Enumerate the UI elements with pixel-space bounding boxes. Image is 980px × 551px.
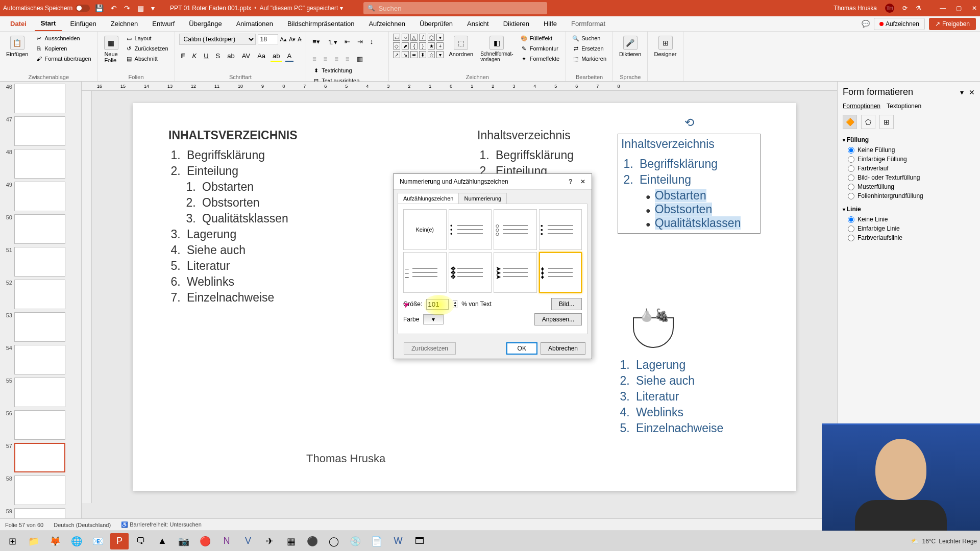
line-opt-none[interactable]: Keine Linie [843, 216, 975, 223]
slide-thumbnail[interactable] [14, 280, 65, 309]
shadow-button[interactable]: ab [225, 51, 236, 62]
align-center-button[interactable]: ≡ [322, 54, 330, 64]
reset-button[interactable]: ↺Zurücksetzen [124, 44, 170, 53]
slide-textbox-4[interactable]: Lagerung Siehe auch Literatur Weblinks E… [618, 307, 761, 437]
char-spacing-button[interactable]: AV [240, 51, 252, 62]
align-left-button[interactable]: ≡ [310, 54, 318, 64]
tab-design[interactable]: Entwurf [146, 17, 181, 31]
outline-button[interactable]: ✎Formkontur [519, 44, 562, 53]
help-icon[interactable]: ? [569, 178, 572, 185]
indent-inc-button[interactable]: ⇥ [355, 37, 365, 48]
copy-button[interactable]: ⎘Kopieren [33, 44, 93, 53]
app-icon[interactable]: 💿 [346, 533, 364, 549]
slide-thumbnail[interactable] [14, 345, 65, 374]
italic-button[interactable]: K [190, 51, 199, 62]
tab-numbering[interactable]: Nummerierung [459, 193, 507, 204]
color-picker[interactable]: ▾ [423, 314, 444, 324]
columns-button[interactable]: ▥ [355, 54, 365, 64]
slide-thumbnail[interactable] [14, 182, 65, 211]
align-right-button[interactable]: ≡ [332, 54, 340, 64]
save-icon[interactable]: 💾 [95, 4, 104, 12]
tab-start[interactable]: Start [35, 16, 62, 31]
search-input[interactable] [378, 5, 543, 12]
telegram-icon[interactable]: ✈ [260, 533, 279, 549]
firefox-icon[interactable]: 🦊 [46, 533, 64, 549]
tab-dictate[interactable]: Diktieren [497, 17, 535, 31]
font-color-button[interactable]: A [285, 51, 294, 62]
language-indicator[interactable]: Deutsch (Deutschland) [54, 522, 111, 528]
fill-opt-none[interactable]: Keine Füllung [843, 146, 975, 154]
undo-icon[interactable]: ↶ [111, 4, 117, 12]
chevron-down-icon[interactable]: ▾ [340, 5, 343, 12]
bullet-none[interactable]: Kein(e) [403, 209, 447, 250]
line-spacing-button[interactable]: ↕ [368, 37, 376, 48]
close-icon[interactable]: ✕ [969, 88, 975, 96]
fill-opt-gradient[interactable]: Farbverlauf [843, 165, 975, 172]
bullet-checkmark[interactable] [539, 252, 582, 293]
tab-text-options[interactable]: Textoptionen [887, 103, 921, 110]
fill-tab-icon[interactable]: 🔶 [843, 115, 857, 129]
fill-button[interactable]: 🎨Fülleffekt [519, 34, 562, 43]
slide-thumbnail[interactable] [14, 410, 65, 440]
rotate-handle-icon[interactable]: ⟲ [684, 116, 694, 130]
customize-button[interactable]: Anpassen... [534, 313, 582, 325]
fill-opt-pattern[interactable]: Musterfüllung [843, 183, 975, 190]
tab-view[interactable]: Ansicht [461, 17, 495, 31]
dictate-button[interactable]: 🎤Diktieren [617, 34, 643, 59]
bullet-square[interactable] [539, 209, 582, 250]
tab-slideshow[interactable]: Bildschirmpräsentation [281, 17, 361, 31]
bullet-dash[interactable] [403, 252, 447, 293]
ok-button[interactable]: OK [506, 342, 537, 355]
clear-format-icon[interactable]: A̶ [298, 36, 302, 43]
text-direction-button[interactable]: ⬍Textrichtung [310, 66, 384, 75]
bullet-diamond[interactable] [449, 252, 492, 293]
explorer-icon[interactable]: 📁 [24, 533, 43, 549]
paste-button[interactable]: 📋Einfügen [4, 34, 30, 59]
app-icon[interactable]: 🔴 [196, 533, 214, 549]
case-button[interactable]: Aa [255, 51, 267, 62]
tab-shape-format[interactable]: Formformat [565, 17, 611, 31]
effects-tab-icon[interactable]: ⬠ [861, 115, 875, 129]
replace-button[interactable]: ⇄Ersetzen [570, 44, 608, 53]
cancel-button[interactable]: Abbrechen [541, 342, 585, 355]
search-box[interactable]: 🔍 [363, 2, 547, 14]
app-icon[interactable]: 📄 [368, 533, 386, 549]
tab-bullets[interactable]: Aufzählungszeichen [398, 193, 459, 204]
slideshow-icon[interactable]: ▤ [137, 4, 144, 12]
section-button[interactable]: ▤Abschnitt [124, 54, 170, 63]
tab-animations[interactable]: Animationen [230, 17, 279, 31]
onenote-icon[interactable]: N [217, 533, 236, 549]
chevron-down-icon[interactable]: ▾ [960, 88, 964, 96]
indent-dec-button[interactable]: ⇤ [342, 37, 352, 48]
cut-button[interactable]: ✂Ausschneiden [33, 34, 93, 43]
reset-button[interactable]: Zurücksetzen [404, 342, 456, 355]
slide-thumbnail[interactable] [14, 247, 65, 277]
effects-button[interactable]: ✦Formeffekte [519, 54, 562, 63]
bullet-dot[interactable] [449, 209, 492, 250]
app-icon[interactable]: 🗔 [410, 533, 429, 549]
fill-opt-picture[interactable]: Bild- oder Texturfüllung [843, 174, 975, 181]
bullet-arrow[interactable] [494, 252, 537, 293]
size-spinner[interactable]: ▲▼ [453, 300, 457, 308]
app-icon[interactable]: 📷 [175, 533, 193, 549]
word-icon[interactable]: W [389, 533, 407, 549]
autosave-toggle[interactable] [76, 5, 90, 12]
tab-record[interactable]: Aufzeichnen [362, 17, 411, 31]
quick-styles-button[interactable]: ◧Schnellformat- vorlagen [478, 34, 515, 64]
underline-button[interactable]: U [202, 51, 210, 62]
comments-icon[interactable]: 💬 [862, 20, 870, 28]
chrome-icon[interactable]: 🌐 [67, 533, 86, 549]
flask-icon[interactable]: ⚗ [916, 5, 921, 12]
avatar[interactable]: TH [885, 4, 894, 13]
format-painter-button[interactable]: 🖌Format übertragen [33, 54, 93, 63]
slide-thumbnail[interactable] [14, 116, 65, 146]
line-section[interactable]: Linie [843, 206, 975, 213]
close-icon[interactable]: ✕ [972, 5, 977, 12]
line-opt-gradient[interactable]: Farbverlaufslinie [843, 234, 975, 241]
slide-thumbnail[interactable] [14, 84, 65, 113]
fill-opt-solid[interactable]: Einfarbige Füllung [843, 156, 975, 163]
increase-font-icon[interactable]: A▴ [280, 36, 287, 43]
tab-shape-options[interactable]: Formoptionen [843, 103, 880, 110]
tab-insert[interactable]: Einfügen [64, 17, 102, 31]
app-icon[interactable]: ▦ [282, 533, 300, 549]
